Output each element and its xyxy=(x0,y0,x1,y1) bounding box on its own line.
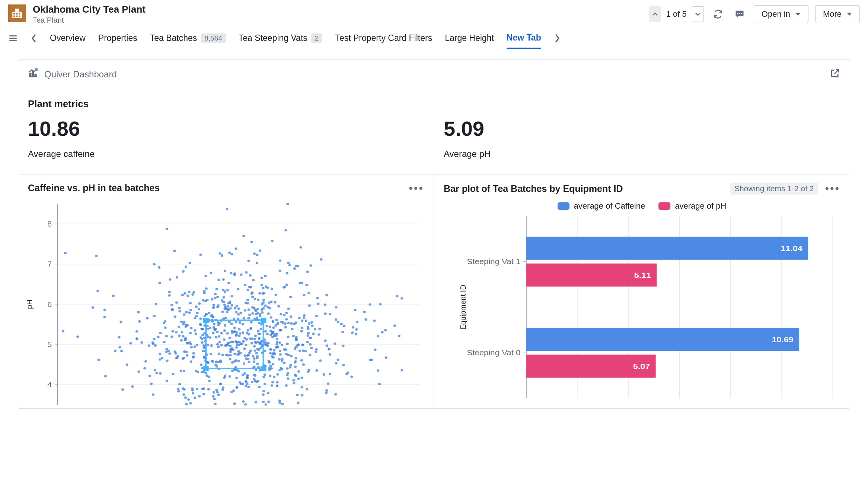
svg-point-811 xyxy=(314,328,316,330)
svg-point-788 xyxy=(306,271,309,273)
svg-point-259 xyxy=(265,325,268,327)
caret-down-icon xyxy=(795,13,801,16)
svg-point-815 xyxy=(301,343,304,346)
svg-point-339 xyxy=(260,323,262,325)
svg-point-813 xyxy=(363,311,366,313)
scatter-chart[interactable]: pH 45678 xyxy=(28,200,424,408)
barplot-chart[interactable]: Equipment ID Steeping Vat 111.045.11Stee… xyxy=(444,216,840,398)
svg-point-677 xyxy=(280,329,282,331)
svg-point-740 xyxy=(170,304,173,306)
more-button[interactable]: More xyxy=(815,5,860,23)
barplot-more-icon[interactable]: ••• xyxy=(825,186,840,191)
svg-point-276 xyxy=(216,331,218,333)
svg-point-817 xyxy=(276,385,278,387)
svg-point-795 xyxy=(211,298,213,301)
svg-point-720 xyxy=(286,374,288,376)
tab-tea-batches[interactable]: Tea Batches8,564 xyxy=(150,28,226,49)
svg-point-152 xyxy=(121,388,124,391)
svg-point-471 xyxy=(251,337,253,340)
more-label: More xyxy=(823,9,842,19)
comment-icon[interactable] xyxy=(732,7,747,22)
pager-prev-button[interactable] xyxy=(649,6,661,22)
svg-point-227 xyxy=(199,317,202,320)
svg-point-375 xyxy=(250,342,253,344)
svg-point-450 xyxy=(220,344,223,346)
svg-point-222 xyxy=(238,328,240,330)
svg-point-564 xyxy=(181,294,184,296)
svg-point-65 xyxy=(292,335,295,337)
svg-point-736 xyxy=(268,307,271,309)
svg-text:5.11: 5.11 xyxy=(634,271,651,280)
svg-point-755 xyxy=(246,377,249,379)
app-header: Oklahoma City Tea Plant Tea Plant 1 of 5… xyxy=(0,0,868,28)
svg-point-766 xyxy=(165,350,167,353)
tab-overview[interactable]: Overview xyxy=(50,28,86,49)
svg-point-789 xyxy=(260,340,263,343)
svg-point-573 xyxy=(384,329,387,331)
svg-point-134 xyxy=(208,380,211,382)
svg-rect-14 xyxy=(30,73,31,77)
svg-point-700 xyxy=(286,203,289,205)
svg-point-344 xyxy=(237,350,240,353)
svg-point-739 xyxy=(265,285,267,288)
svg-point-597 xyxy=(186,342,188,344)
svg-point-318 xyxy=(223,296,225,298)
scatter-more-icon[interactable]: ••• xyxy=(409,186,424,190)
pager-next-button[interactable] xyxy=(692,6,704,22)
tab-large-height[interactable]: Large Height xyxy=(445,28,494,49)
open-in-button[interactable]: Open in xyxy=(754,5,808,23)
svg-rect-871 xyxy=(526,328,799,351)
tab-tea-steeping-vats[interactable]: Tea Steeping Vats2 xyxy=(239,28,323,49)
svg-point-699 xyxy=(214,293,217,295)
svg-point-96 xyxy=(119,321,122,323)
svg-point-622 xyxy=(393,324,396,327)
svg-point-95 xyxy=(137,311,140,313)
svg-point-200 xyxy=(209,336,211,338)
svg-point-790 xyxy=(379,303,382,305)
svg-point-78 xyxy=(324,304,326,306)
svg-point-383 xyxy=(325,389,328,392)
svg-point-670 xyxy=(229,375,231,378)
metric-label: Average pH xyxy=(444,149,840,159)
metric-ph: 5.09 Average pH xyxy=(434,116,850,174)
svg-point-827 xyxy=(135,338,138,340)
svg-point-831 xyxy=(351,331,354,334)
tab-new-tab[interactable]: New Tab xyxy=(507,28,541,49)
svg-rect-851 xyxy=(203,366,209,371)
svg-point-517 xyxy=(185,266,187,268)
svg-point-506 xyxy=(255,310,258,312)
svg-point-534 xyxy=(252,355,254,357)
tabs-scroll-right-icon[interactable] xyxy=(554,33,561,43)
popout-icon[interactable] xyxy=(830,68,840,81)
svg-point-646 xyxy=(210,353,212,355)
svg-point-812 xyxy=(251,381,253,383)
svg-point-848 xyxy=(131,385,134,388)
svg-point-584 xyxy=(199,254,202,256)
svg-point-498 xyxy=(242,400,245,402)
tab-properties[interactable]: Properties xyxy=(98,28,137,49)
svg-point-212 xyxy=(202,393,205,395)
svg-point-396 xyxy=(224,317,227,319)
svg-point-842 xyxy=(294,361,296,363)
tabs-scroll-left-icon[interactable] xyxy=(31,33,37,43)
svg-point-358 xyxy=(76,336,79,338)
svg-point-124 xyxy=(246,299,249,301)
hamburger-icon[interactable] xyxy=(8,33,18,43)
svg-point-178 xyxy=(230,272,232,274)
svg-point-198 xyxy=(233,402,236,405)
svg-point-843 xyxy=(271,381,274,383)
tab-test-property-card-filters[interactable]: Test Property Card Filters xyxy=(335,28,432,49)
svg-rect-1 xyxy=(13,13,15,15)
svg-point-257 xyxy=(150,383,153,385)
svg-point-511 xyxy=(262,299,265,301)
svg-point-640 xyxy=(185,403,188,405)
svg-point-824 xyxy=(218,341,221,343)
svg-point-49 xyxy=(243,362,245,365)
svg-point-372 xyxy=(281,344,283,346)
dashboard-header-left: Quiver Dashboard xyxy=(28,68,117,81)
svg-point-484 xyxy=(283,348,285,350)
svg-point-196 xyxy=(288,264,291,266)
svg-point-146 xyxy=(301,282,303,284)
refresh-icon[interactable] xyxy=(711,7,725,22)
svg-point-203 xyxy=(205,287,208,289)
